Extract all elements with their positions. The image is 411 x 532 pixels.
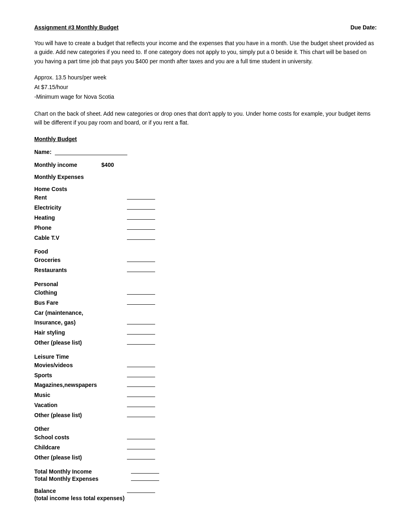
budget-item: Vacation (34, 401, 377, 410)
balance-label: Balance (34, 488, 123, 494)
balance-row: Balance (34, 488, 377, 494)
budget-item: Bus Fare (34, 298, 377, 308)
total-label: Total Monthly Income (34, 468, 127, 475)
budget-item-label: Groceries (34, 256, 123, 265)
budget-item-input-line[interactable] (127, 304, 155, 305)
name-input-line[interactable] (55, 155, 127, 155)
budget-item-input-line[interactable] (127, 397, 155, 397)
budget-item-input-line[interactable] (127, 417, 155, 417)
budget-item: Electricity (34, 203, 377, 213)
budget-item: Car (maintenance, (34, 308, 377, 318)
budget-item-label: School costs (34, 433, 123, 443)
total-row: Total Monthly Expenses (34, 476, 377, 482)
budget-item-label: Other (please list) (34, 411, 123, 420)
balance-input-line[interactable] (127, 493, 155, 493)
budget-item-label: Magazines,newspapers (34, 380, 123, 390)
budget-item-label: Childcare (34, 443, 123, 453)
budget-item-input-line[interactable] (127, 262, 155, 262)
budget-item-input-line[interactable] (127, 294, 155, 295)
budget-item: Rent (34, 193, 377, 203)
category-section: FoodGroceriesRestaurants (34, 248, 377, 275)
budget-item: Other (please list) (34, 338, 377, 348)
category-header: Home Costs (34, 186, 377, 192)
budget-item: Hair styling (34, 328, 377, 338)
budget-item-input-line[interactable] (127, 449, 155, 449)
budget-item-input-line[interactable] (127, 407, 155, 407)
budget-item: Groceries (34, 256, 377, 265)
chart-note: Chart on the back of sheet. Add new cate… (34, 109, 377, 127)
budget-item: Music (34, 391, 377, 400)
budget-item: Cable T.V (34, 233, 377, 243)
balance-section: Balance (total income less total expense… (34, 488, 377, 501)
category-section: OtherSchool costsChildcareOther (please … (34, 426, 377, 462)
categories-container: Home CostsRentElectricityHeatingPhoneCab… (34, 186, 377, 463)
wage-line-2: At $7.15/hour (34, 83, 377, 92)
budget-item-input-line[interactable] (127, 219, 155, 220)
intro-paragraph: You will have to create a budget that re… (34, 39, 377, 66)
category-header: Personal (34, 281, 377, 287)
budget-item: Childcare (34, 443, 377, 453)
budget-item-input-line[interactable] (127, 334, 155, 335)
budget-item-input-line[interactable] (127, 324, 155, 324)
category-section: Leisure TimeMovies/videosSportsMagazines… (34, 353, 377, 420)
budget-item-input-line[interactable] (127, 229, 155, 230)
budget-item-input-line[interactable] (127, 272, 155, 272)
budget-item: Phone (34, 223, 377, 233)
budget-item-label: Restaurants (34, 266, 123, 275)
budget-item: Sports (34, 371, 377, 380)
category-header: Food (34, 248, 377, 255)
total-input-line[interactable] (131, 473, 159, 474)
budget-item-label: Sports (34, 371, 123, 380)
budget-item-label: Phone (34, 223, 123, 233)
name-row: Name: (34, 149, 377, 155)
balance-sublabel: (total income less total expenses) (34, 495, 377, 501)
budget-item-input-line[interactable] (127, 459, 155, 459)
page: Assignment #3 Monthly Budget Due Date: Y… (0, 0, 411, 532)
budget-item-label: Vacation (34, 401, 123, 410)
budget-item-label: Cable T.V (34, 233, 123, 243)
budget-item: Heating (34, 213, 377, 223)
budget-item-input-line[interactable] (127, 387, 155, 387)
budget-item-input-line[interactable] (127, 439, 155, 439)
monthly-income-row: Monthly income $400 (34, 162, 377, 168)
budget-item: Insurance, gas) (34, 318, 377, 328)
budget-item-label: Heating (34, 213, 123, 223)
budget-item-input-line[interactable] (127, 367, 155, 367)
name-label: Name: (34, 149, 52, 155)
budget-item: Restaurants (34, 266, 377, 275)
category-header: Other (34, 426, 377, 432)
budget-item-label: Bus Fare (34, 298, 123, 308)
budget-item-label: Clothing (34, 288, 123, 298)
budget-item-label: Electricity (34, 203, 123, 213)
category-header: Leisure Time (34, 353, 377, 360)
monthly-income-label: Monthly income (34, 162, 77, 168)
budget-item-input-line[interactable] (127, 239, 155, 240)
budget-item: Movies/videos (34, 361, 377, 370)
budget-item-label: Music (34, 391, 123, 400)
budget-item-label: Other (please list) (34, 338, 123, 348)
budget-item-input-line[interactable] (127, 199, 155, 200)
section-title: Monthly Budget (34, 136, 377, 142)
monthly-expenses-label: Monthly Expenses (34, 174, 377, 180)
category-section: PersonalClothingBus FareCar (maintenance… (34, 281, 377, 348)
budget-item: Magazines,newspapers (34, 380, 377, 390)
budget-item-label: Insurance, gas) (34, 318, 123, 328)
due-date: Due Date: (351, 24, 377, 31)
budget-item: Other (please list) (34, 453, 377, 463)
budget-item-label: Movies/videos (34, 361, 123, 370)
monthly-income-value: $400 (102, 162, 114, 168)
assignment-title: Assignment #3 Monthly Budget (34, 24, 118, 31)
total-label: Total Monthly Expenses (34, 476, 127, 482)
budget-item: Clothing (34, 288, 377, 298)
category-section: Home CostsRentElectricityHeatingPhoneCab… (34, 186, 377, 243)
budget-item-label: Car (maintenance, (34, 308, 123, 318)
budget-item-input-line[interactable] (127, 377, 155, 377)
budget-item-label: Rent (34, 193, 123, 203)
totals-section: Total Monthly IncomeTotal Monthly Expens… (34, 468, 377, 482)
budget-item-label: Hair styling (34, 328, 123, 338)
budget-item: Other (please list) (34, 411, 377, 420)
budget-item-label: Other (please list) (34, 453, 123, 463)
total-input-line[interactable] (131, 480, 159, 481)
budget-item-input-line[interactable] (127, 209, 155, 210)
budget-item-input-line[interactable] (127, 344, 155, 345)
